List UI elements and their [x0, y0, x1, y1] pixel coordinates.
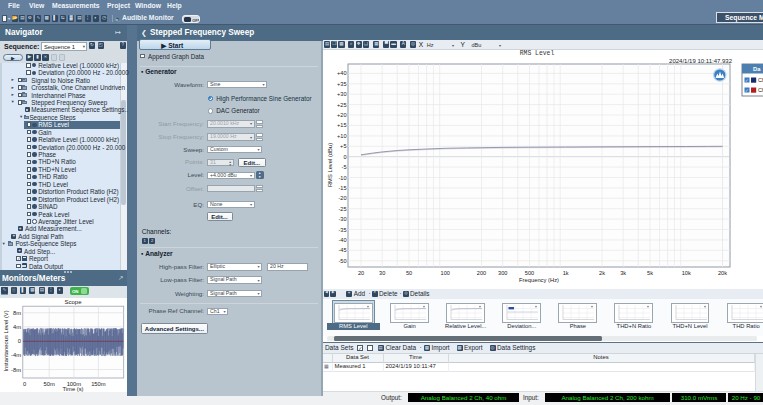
svg-text:1k: 1k — [563, 270, 569, 276]
svg-text:+35: +35 — [337, 81, 347, 87]
svg-text:500: 500 — [525, 270, 534, 276]
svg-text:50m: 50m — [44, 381, 55, 387]
svg-text:RMS Level: RMS Level — [520, 50, 555, 57]
svg-text:0: 0 — [23, 381, 26, 387]
svg-text:+10: +10 — [337, 133, 347, 139]
svg-text:✓: ✓ — [745, 88, 749, 93]
svg-text:4m: 4m — [13, 324, 21, 330]
svg-text:✓: ✓ — [745, 78, 749, 83]
svg-text:5k: 5k — [647, 270, 653, 276]
svg-text:+20: +20 — [337, 112, 347, 118]
svg-text:+25: +25 — [337, 102, 347, 108]
svg-text:2k: 2k — [599, 270, 605, 276]
svg-text:+5: +5 — [340, 143, 346, 149]
svg-text:Ch: Ch — [758, 87, 763, 93]
svg-text:3k: 3k — [620, 270, 626, 276]
svg-text:+15: +15 — [337, 122, 347, 128]
svg-text:-4m: -4m — [11, 352, 21, 358]
svg-text:-30: -30 — [338, 216, 346, 222]
svg-text:0: 0 — [18, 338, 21, 344]
svg-text:-8m: -8m — [11, 367, 21, 373]
svg-text:Ch: Ch — [758, 77, 763, 83]
svg-text:Time (s): Time (s) — [62, 386, 83, 392]
svg-text:-25: -25 — [338, 206, 346, 212]
svg-text:150m: 150m — [91, 381, 106, 387]
svg-text:20k: 20k — [718, 270, 727, 276]
svg-text:-40: -40 — [338, 237, 346, 243]
svg-text:Frequency (Hz): Frequency (Hz) — [519, 277, 559, 283]
svg-text:-50: -50 — [338, 258, 346, 264]
svg-text:-45: -45 — [338, 247, 346, 253]
svg-text:-15: -15 — [338, 185, 346, 191]
svg-text:-5: -5 — [342, 164, 347, 170]
svg-text:0: 0 — [343, 154, 346, 160]
svg-text:20: 20 — [358, 270, 364, 276]
svg-text:200: 200 — [477, 270, 486, 276]
svg-text:-20: -20 — [338, 195, 346, 201]
svg-text:Da: Da — [753, 66, 761, 72]
svg-text:8m: 8m — [13, 310, 21, 316]
svg-text:10k: 10k — [682, 270, 691, 276]
svg-text:Scope: Scope — [64, 299, 82, 305]
svg-text:-10: -10 — [338, 175, 346, 181]
svg-text:100: 100 — [441, 270, 450, 276]
svg-text:Instantaneous Level (V): Instantaneous Level (V) — [3, 310, 9, 371]
svg-text:30: 30 — [379, 270, 385, 276]
svg-text:+40: +40 — [337, 70, 347, 76]
svg-text:300: 300 — [498, 270, 507, 276]
svg-text:50: 50 — [406, 270, 412, 276]
svg-text:RMS Level (dBu): RMS Level (dBu) — [327, 143, 333, 187]
svg-text:+30: +30 — [337, 91, 347, 97]
svg-text:-35: -35 — [338, 227, 346, 233]
svg-text:2024/1/19 10:11:47.932: 2024/1/19 10:11:47.932 — [669, 58, 733, 64]
